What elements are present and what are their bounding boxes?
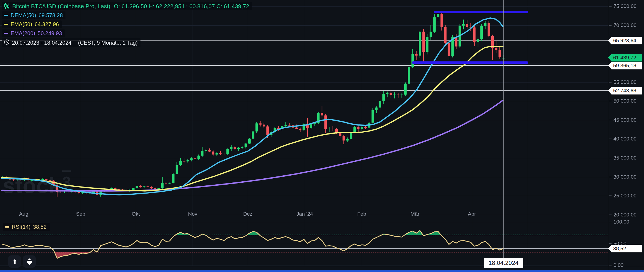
level-price-badge: 65.923,64 bbox=[608, 37, 642, 44]
dema50-color-swatch bbox=[4, 15, 8, 16]
month-label: Okt bbox=[132, 211, 140, 217]
date-range-row[interactable]: 20.07.2023 - 18.04.2024 (CEST, 9 Monate,… bbox=[2, 38, 140, 47]
rsi-value: 38,52 bbox=[33, 224, 47, 230]
price-tick-label: 45.000,00 bbox=[609, 117, 637, 123]
panel-resize-button[interactable] bbox=[23, 255, 36, 268]
month-label: Mär bbox=[411, 211, 420, 217]
price-tick-label: 20.000,00 bbox=[609, 212, 637, 218]
legend-row-ema200[interactable]: EMA(200) 50.249,93 bbox=[2, 29, 65, 37]
rsi-legend-row[interactable]: RSI(14) 38,52 bbox=[3, 223, 50, 231]
clock-icon bbox=[4, 39, 10, 46]
last-price-badge: 61.439,72 bbox=[608, 54, 642, 62]
symbol-title-row[interactable]: Bitcoin BTC/USD (Coinbase Pro, Last) O: … bbox=[2, 2, 252, 10]
rsi-tick-label: 100,00 bbox=[609, 219, 629, 225]
rsi-bottom-separator bbox=[0, 266, 644, 266]
level-price-badge: 52.743,68 bbox=[608, 87, 642, 94]
price-tick-label: 25.000,00 bbox=[609, 193, 637, 199]
ema50-color-swatch bbox=[4, 24, 8, 25]
price-tick-label: 35.000,00 bbox=[609, 155, 637, 161]
ema200-value: 50.249,93 bbox=[38, 30, 62, 36]
symbol-title: Bitcoin BTC/USD (Coinbase Pro, Last) bbox=[12, 3, 110, 10]
ema200-label: EMA(200) bbox=[11, 30, 35, 36]
scroll-to-latest-button[interactable] bbox=[8, 255, 21, 268]
month-label: Aug bbox=[19, 211, 28, 217]
legend-row-dema50[interactable]: DEMA(50) 69.578,28 bbox=[2, 11, 65, 19]
date-range-note: (CEST, 9 Monate, 1 Tag) bbox=[78, 40, 138, 46]
dema50-value: 69.578,28 bbox=[38, 12, 63, 19]
bottom-scrollbar[interactable] bbox=[0, 270, 644, 272]
rsi-value-badge: 38,52 bbox=[608, 245, 642, 252]
date-range: 20.07.2023 - 18.04.2024 bbox=[12, 40, 71, 46]
dema50-label: DEMA(50) bbox=[11, 12, 36, 19]
ema50-label: EMA(50) bbox=[11, 21, 32, 27]
crosshair-date-badge: 18.04.2024 bbox=[484, 258, 523, 268]
month-label: Feb bbox=[357, 211, 366, 217]
legend-row-ema50[interactable]: EMA(50) 64.327,96 bbox=[2, 20, 62, 28]
price-tick-label: 30.000,00 bbox=[609, 174, 637, 180]
price-tick-label: 70.000,00 bbox=[609, 22, 637, 28]
trading-chart-app: stock3 Bitcoin BTC/USD (Coinbase Pro, La… bbox=[0, 0, 644, 272]
month-label: Dez bbox=[243, 211, 253, 217]
level-price-badge: 59.365,18 bbox=[608, 62, 642, 69]
arrow-up-icon bbox=[11, 258, 18, 265]
ema200-color-swatch bbox=[4, 33, 8, 34]
chart-legend: Bitcoin BTC/USD (Coinbase Pro, Last) O: … bbox=[2, 2, 252, 48]
rsi-tick-label: 0,00 bbox=[609, 262, 624, 268]
panel-separator[interactable] bbox=[0, 219, 644, 219]
axis-divider-line bbox=[608, 0, 608, 270]
price-tick-label: 75.000,00 bbox=[609, 3, 637, 9]
price-tick-label: 40.000,00 bbox=[609, 136, 637, 142]
month-label: Sep bbox=[76, 211, 85, 217]
rsi-color-swatch bbox=[5, 226, 9, 228]
ema50-value: 64.327,96 bbox=[35, 21, 59, 27]
ohlc-values: O: 61.296,50 H: 62.222,95 L: 60.816,07 C… bbox=[114, 3, 249, 10]
candlestick-chart-icon bbox=[4, 3, 10, 10]
price-tick-label: 55.000,00 bbox=[609, 79, 637, 85]
rsi-label: RSI(14) bbox=[12, 224, 31, 230]
month-label: Nov bbox=[188, 211, 197, 217]
month-label: Apr bbox=[468, 211, 476, 217]
month-label: Jan '24 bbox=[296, 211, 313, 217]
price-tick-label: 50.000,00 bbox=[609, 98, 637, 104]
panel-resize-icon bbox=[26, 258, 33, 265]
